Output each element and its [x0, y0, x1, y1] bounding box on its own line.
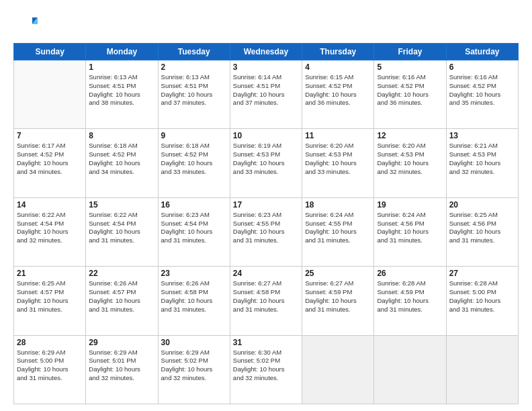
page: SundayMondayTuesdayWednesdayThursdayFrid…: [0, 0, 532, 411]
day-info: Sunrise: 6:13 AMSunset: 4:51 PMDaylight:…: [161, 73, 227, 107]
day-info: Sunrise: 6:23 AMSunset: 4:55 PMDaylight:…: [233, 211, 299, 245]
day-number: 15: [89, 200, 154, 210]
day-header-thursday: Thursday: [302, 44, 374, 60]
day-number: 8: [89, 131, 154, 140]
day-cell: 5Sunrise: 6:16 AMSunset: 4:52 PMDaylight…: [374, 60, 446, 129]
day-cell: 26Sunrise: 6:28 AMSunset: 4:59 PMDayligh…: [374, 267, 446, 335]
day-number: 19: [377, 200, 443, 210]
day-header-wednesday: Wednesday: [230, 44, 302, 60]
day-cell: 30Sunrise: 6:29 AMSunset: 5:02 PMDayligh…: [158, 335, 230, 404]
day-number: 26: [377, 269, 443, 278]
day-cell: 18Sunrise: 6:24 AMSunset: 4:55 PMDayligh…: [302, 197, 374, 266]
day-info: Sunrise: 6:26 AMSunset: 4:58 PMDaylight:…: [161, 279, 227, 314]
week-row-3: 14Sunrise: 6:22 AMSunset: 4:54 PMDayligh…: [14, 197, 519, 266]
day-number: 2: [161, 62, 227, 72]
day-cell: 8Sunrise: 6:18 AMSunset: 4:52 PMDaylight…: [86, 129, 158, 197]
day-cell: 15Sunrise: 6:22 AMSunset: 4:54 PMDayligh…: [86, 197, 158, 266]
day-number: 28: [17, 338, 83, 347]
day-number: 17: [233, 200, 299, 210]
day-cell: 31Sunrise: 6:30 AMSunset: 5:02 PMDayligh…: [230, 335, 302, 404]
day-info: Sunrise: 6:26 AMSunset: 4:57 PMDaylight:…: [89, 279, 154, 314]
day-cell: 28Sunrise: 6:29 AMSunset: 5:00 PMDayligh…: [14, 335, 86, 404]
day-number: 4: [305, 62, 371, 72]
day-cell: 19Sunrise: 6:24 AMSunset: 4:56 PMDayligh…: [374, 197, 446, 266]
day-cell: 25Sunrise: 6:27 AMSunset: 4:59 PMDayligh…: [302, 267, 374, 335]
day-number: 1: [89, 62, 154, 72]
day-number: 7: [17, 131, 83, 140]
day-cell: 13Sunrise: 6:21 AMSunset: 4:53 PMDayligh…: [446, 129, 518, 197]
week-row-4: 21Sunrise: 6:25 AMSunset: 4:57 PMDayligh…: [14, 267, 519, 335]
day-info: Sunrise: 6:15 AMSunset: 4:52 PMDaylight:…: [305, 73, 371, 107]
day-number: 20: [449, 200, 515, 210]
day-number: 5: [377, 62, 443, 72]
week-row-1: 1Sunrise: 6:13 AMSunset: 4:51 PMDaylight…: [14, 60, 519, 129]
day-cell: 21Sunrise: 6:25 AMSunset: 4:57 PMDayligh…: [14, 267, 86, 335]
day-number: 12: [377, 131, 443, 140]
logo-icon: [13, 12, 38, 36]
day-info: Sunrise: 6:30 AMSunset: 5:02 PMDaylight:…: [233, 349, 299, 383]
day-cell: 11Sunrise: 6:20 AMSunset: 4:53 PMDayligh…: [302, 129, 374, 197]
day-info: Sunrise: 6:27 AMSunset: 4:58 PMDaylight:…: [233, 279, 299, 314]
day-cell: [446, 335, 518, 404]
day-info: Sunrise: 6:24 AMSunset: 4:55 PMDaylight:…: [305, 211, 371, 245]
day-cell: 14Sunrise: 6:22 AMSunset: 4:54 PMDayligh…: [14, 197, 86, 266]
day-info: Sunrise: 6:22 AMSunset: 4:54 PMDaylight:…: [89, 211, 154, 245]
day-info: Sunrise: 6:20 AMSunset: 4:53 PMDaylight:…: [305, 142, 371, 176]
day-cell: 9Sunrise: 6:18 AMSunset: 4:52 PMDaylight…: [158, 129, 230, 197]
day-number: 13: [449, 131, 515, 140]
day-cell: 1Sunrise: 6:13 AMSunset: 4:51 PMDaylight…: [86, 60, 158, 129]
day-info: Sunrise: 6:18 AMSunset: 4:52 PMDaylight:…: [161, 142, 227, 176]
day-cell: 20Sunrise: 6:25 AMSunset: 4:56 PMDayligh…: [446, 197, 518, 266]
day-number: 9: [161, 131, 227, 140]
day-cell: 29Sunrise: 6:29 AMSunset: 5:01 PMDayligh…: [86, 335, 158, 404]
day-info: Sunrise: 6:16 AMSunset: 4:52 PMDaylight:…: [377, 73, 443, 107]
day-cell: [374, 335, 446, 404]
day-cell: 4Sunrise: 6:15 AMSunset: 4:52 PMDaylight…: [302, 60, 374, 129]
day-cell: 12Sunrise: 6:20 AMSunset: 4:53 PMDayligh…: [374, 129, 446, 197]
day-number: 29: [89, 338, 154, 347]
day-number: 11: [305, 131, 371, 140]
day-cell: 23Sunrise: 6:26 AMSunset: 4:58 PMDayligh…: [158, 267, 230, 335]
day-info: Sunrise: 6:19 AMSunset: 4:53 PMDaylight:…: [233, 142, 299, 176]
day-info: Sunrise: 6:23 AMSunset: 4:54 PMDaylight:…: [161, 211, 227, 245]
day-header-friday: Friday: [374, 44, 446, 60]
day-info: Sunrise: 6:16 AMSunset: 4:52 PMDaylight:…: [449, 73, 515, 107]
day-info: Sunrise: 6:17 AMSunset: 4:52 PMDaylight:…: [17, 142, 83, 176]
day-cell: [14, 60, 86, 129]
day-number: 27: [449, 269, 515, 278]
day-info: Sunrise: 6:22 AMSunset: 4:54 PMDaylight:…: [17, 211, 83, 245]
day-cell: 10Sunrise: 6:19 AMSunset: 4:53 PMDayligh…: [230, 129, 302, 197]
day-number: 22: [89, 269, 154, 278]
week-row-5: 28Sunrise: 6:29 AMSunset: 5:00 PMDayligh…: [14, 335, 519, 404]
calendar-header: SundayMondayTuesdayWednesdayThursdayFrid…: [14, 44, 519, 60]
day-cell: 7Sunrise: 6:17 AMSunset: 4:52 PMDaylight…: [14, 129, 86, 197]
day-info: Sunrise: 6:24 AMSunset: 4:56 PMDaylight:…: [377, 211, 443, 245]
days-header-row: SundayMondayTuesdayWednesdayThursdayFrid…: [14, 44, 519, 60]
day-number: 23: [161, 269, 227, 278]
day-header-sunday: Sunday: [14, 44, 86, 60]
day-cell: 3Sunrise: 6:14 AMSunset: 4:51 PMDaylight…: [230, 60, 302, 129]
day-info: Sunrise: 6:21 AMSunset: 4:53 PMDaylight:…: [449, 142, 515, 176]
day-number: 3: [233, 62, 299, 72]
day-info: Sunrise: 6:29 AMSunset: 5:00 PMDaylight:…: [17, 349, 83, 383]
day-cell: 2Sunrise: 6:13 AMSunset: 4:51 PMDaylight…: [158, 60, 230, 129]
day-cell: 22Sunrise: 6:26 AMSunset: 4:57 PMDayligh…: [86, 267, 158, 335]
header: [13, 12, 519, 36]
day-info: Sunrise: 6:20 AMSunset: 4:53 PMDaylight:…: [377, 142, 443, 176]
day-info: Sunrise: 6:28 AMSunset: 4:59 PMDaylight:…: [377, 279, 443, 314]
day-info: Sunrise: 6:13 AMSunset: 4:51 PMDaylight:…: [89, 73, 154, 107]
day-info: Sunrise: 6:29 AMSunset: 5:02 PMDaylight:…: [161, 349, 227, 383]
calendar-body: 1Sunrise: 6:13 AMSunset: 4:51 PMDaylight…: [14, 60, 519, 404]
day-number: 14: [17, 200, 83, 210]
day-header-saturday: Saturday: [446, 44, 518, 60]
day-number: 6: [449, 62, 515, 72]
day-number: 10: [233, 131, 299, 140]
day-number: 25: [305, 269, 371, 278]
day-info: Sunrise: 6:29 AMSunset: 5:01 PMDaylight:…: [89, 349, 154, 383]
day-number: 30: [161, 338, 227, 347]
day-info: Sunrise: 6:28 AMSunset: 5:00 PMDaylight:…: [449, 279, 515, 314]
day-info: Sunrise: 6:27 AMSunset: 4:59 PMDaylight:…: [305, 279, 371, 314]
week-row-2: 7Sunrise: 6:17 AMSunset: 4:52 PMDaylight…: [14, 129, 519, 197]
day-info: Sunrise: 6:14 AMSunset: 4:51 PMDaylight:…: [233, 73, 299, 107]
day-cell: 24Sunrise: 6:27 AMSunset: 4:58 PMDayligh…: [230, 267, 302, 335]
